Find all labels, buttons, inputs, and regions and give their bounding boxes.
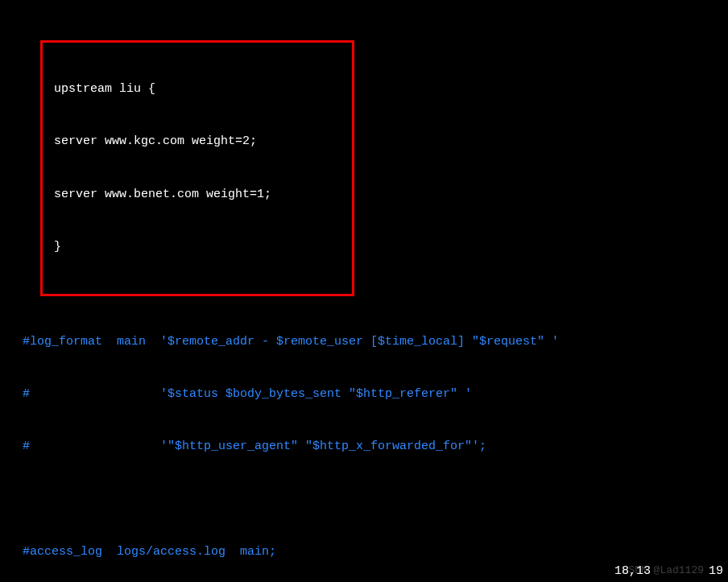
comment-line: #access_log logs/access.log main; <box>0 543 728 561</box>
config-line: upstream liu { <box>54 80 341 98</box>
config-line: } <box>54 238 341 256</box>
editor-content[interactable]: upstream liu { server www.kgc.com weight… <box>0 0 728 582</box>
comment-line: # '"$http_user_agent" "$http_x_forwarded… <box>0 438 728 456</box>
comment-line: #log_format main '$remote_addr - $remote… <box>0 333 728 351</box>
config-line: server www.kgc.com weight=2; <box>54 133 341 151</box>
vim-status-bar: 18,13 19 <box>614 563 723 580</box>
cursor-position: 18,13 <box>614 564 651 578</box>
blank-line <box>0 490 728 508</box>
scroll-percent: 19 <box>709 564 723 578</box>
upstream-block-highlight: upstream liu { server www.kgc.com weight… <box>40 40 354 297</box>
config-line: server www.benet.com weight=1; <box>54 186 341 204</box>
comment-line: # '$status $body_bytes_sent "$http_refer… <box>0 386 728 403</box>
